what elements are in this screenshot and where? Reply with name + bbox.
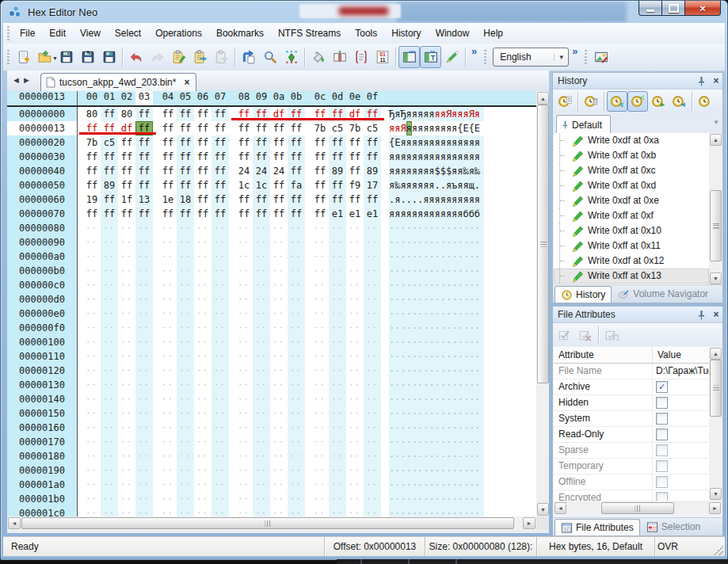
hex-byte-cell[interactable]: ·· <box>159 492 177 506</box>
ascii-char[interactable]: { <box>469 121 475 135</box>
ascii-char[interactable]: я <box>435 150 440 164</box>
ascii-char[interactable]: $ <box>446 164 452 178</box>
history-item[interactable]: Write 0xff at 0xc <box>554 163 709 178</box>
hex-byte-cell[interactable]: ·· <box>329 449 346 463</box>
hex-byte-cell[interactable]: ·· <box>177 321 194 335</box>
hex-byte-cell[interactable]: ·· <box>194 364 212 378</box>
hex-byte-cell[interactable]: ·· <box>235 321 253 335</box>
ascii-char[interactable]: я <box>463 135 468 150</box>
save-selection-icon[interactable]: * <box>77 46 98 68</box>
hex-byte-cell[interactable]: ·· <box>311 435 329 449</box>
hex-byte-cell[interactable]: ·· <box>118 335 135 349</box>
hex-byte-cell[interactable]: ·· <box>212 292 229 307</box>
ascii-char[interactable]: Я <box>400 121 406 135</box>
ascii-char[interactable]: щ <box>469 178 475 192</box>
ascii-char[interactable]: ‰ <box>394 178 400 192</box>
ascii-char[interactable]: я <box>394 207 400 221</box>
ascii-char[interactable]: я <box>429 150 434 164</box>
hex-byte-cell[interactable]: ff <box>194 135 212 150</box>
history-item[interactable]: Write 0xff at 0x10 <box>554 223 709 238</box>
ascii-cell[interactable]: ················ <box>389 349 484 364</box>
ascii-cell[interactable]: ················ <box>389 264 484 278</box>
hex-byte-cell[interactable]: ·· <box>364 492 381 506</box>
hex-byte-cell[interactable]: ff <box>364 150 381 164</box>
hex-byte-cell[interactable]: ·· <box>311 506 329 516</box>
hex-byte-cell[interactable]: ·· <box>288 335 305 349</box>
hex-byte-cell[interactable]: ·· <box>177 406 194 421</box>
hex-byte-cell[interactable]: ·· <box>253 307 270 321</box>
ascii-cell[interactable]: ЂяЂяяяяяяяЯяяяЯя <box>389 107 484 121</box>
hex-byte-cell[interactable]: ·· <box>364 264 381 278</box>
hex-byte-cell[interactable]: ·· <box>194 335 212 349</box>
history-operations-icon[interactable] <box>607 91 627 112</box>
ascii-char[interactable]: я <box>435 121 440 135</box>
hex-byte-cell[interactable]: fa <box>288 178 305 192</box>
hex-byte-cell[interactable]: ·· <box>135 506 153 516</box>
hex-byte-cell[interactable]: ·· <box>288 235 305 250</box>
hex-byte-cell[interactable]: ·· <box>235 364 253 378</box>
hex-byte-cell[interactable]: ·· <box>194 292 212 307</box>
ascii-cell[interactable]: ················ <box>389 478 484 492</box>
ascii-cell[interactable]: я‰яяяяяя..яъяящ. <box>389 178 484 192</box>
hex-byte-cell[interactable]: ·· <box>364 449 381 463</box>
hex-byte-cell[interactable]: ·· <box>364 435 381 449</box>
hex-byte-cell[interactable]: ff <box>159 121 177 135</box>
ascii-char[interactable]: я <box>400 150 406 164</box>
hex-byte-cell[interactable]: ·· <box>118 349 135 364</box>
hex-byte-cell[interactable]: ·· <box>212 406 229 421</box>
hex-vertical-scrollbar[interactable]: ▲ ▼ <box>536 91 549 516</box>
menu-item-edit[interactable]: Edit <box>42 25 73 42</box>
hex-byte-cell[interactable]: ·· <box>101 292 118 307</box>
ascii-char[interactable]: я <box>463 150 468 164</box>
status-overwrite-mode[interactable]: OVR <box>654 537 680 557</box>
hex-byte-cell[interactable]: ·· <box>159 435 177 449</box>
ascii-char[interactable]: я <box>406 164 412 178</box>
ascii-char[interactable]: я <box>440 107 446 121</box>
discard-attributes-icon[interactable] <box>575 325 596 345</box>
hex-byte-cell[interactable]: ·· <box>159 406 177 421</box>
ascii-char[interactable]: я <box>400 164 406 178</box>
hex-byte-cell[interactable]: ·· <box>135 492 153 506</box>
hex-byte-cell[interactable]: ff <box>311 178 329 192</box>
ascii-char[interactable]: я <box>446 192 452 207</box>
hex-byte-cell[interactable]: 1f <box>118 192 135 207</box>
hex-byte-cell[interactable]: ·· <box>177 421 194 435</box>
hex-byte-cell[interactable]: ff <box>270 207 288 221</box>
ascii-char[interactable]: я <box>417 121 423 135</box>
hex-byte-cell[interactable]: ·· <box>135 378 153 392</box>
hex-byte-cell[interactable]: ·· <box>329 421 346 435</box>
binary-digits-icon[interactable]: 0111 <box>372 46 393 68</box>
hex-byte-cell[interactable]: ff <box>311 192 329 207</box>
hex-byte-cell[interactable]: ·· <box>118 392 135 406</box>
hex-byte-cell[interactable]: ·· <box>159 235 177 250</box>
hex-byte-cell[interactable]: ·· <box>235 406 253 421</box>
document-tab[interactable]: tucson_akpp_4wd_203.bin* × <box>40 73 196 91</box>
hex-byte-cell[interactable]: ·· <box>270 292 288 307</box>
hex-byte-cell[interactable]: ff <box>212 192 229 207</box>
hex-byte-cell[interactable]: ·· <box>253 492 270 506</box>
hex-byte-cell[interactable]: ·· <box>83 278 101 292</box>
hex-byte-cell[interactable]: ff <box>235 121 253 135</box>
checkbox[interactable] <box>656 492 668 501</box>
ascii-char[interactable]: я <box>412 164 417 178</box>
ascii-char[interactable]: я <box>412 207 417 221</box>
undo-icon[interactable] <box>125 46 147 68</box>
ascii-char[interactable]: я <box>406 135 412 150</box>
hex-byte-cell[interactable]: ·· <box>346 492 364 506</box>
hex-byte-cell[interactable]: ·· <box>346 307 364 321</box>
hex-byte-cell[interactable]: 7b <box>83 135 101 150</box>
scroll-left-icon[interactable]: ◄ <box>8 517 21 529</box>
scroll-up-icon[interactable]: ▲ <box>710 134 722 146</box>
ascii-char[interactable]: я <box>417 150 423 164</box>
hex-byte-cell[interactable]: ·· <box>135 449 153 463</box>
hex-grid[interactable]: 0000000080ff80ffffffffffffffdfffffffdfff… <box>7 107 536 516</box>
hex-byte-cell[interactable]: ff <box>288 192 305 207</box>
ascii-char[interactable]: Ђ <box>400 107 406 121</box>
hex-byte-cell[interactable]: ·· <box>235 250 253 264</box>
hex-byte-cell[interactable]: c5 <box>329 121 346 135</box>
hex-byte-cell[interactable]: ·· <box>364 292 381 307</box>
hex-byte-cell[interactable]: ·· <box>135 235 153 250</box>
ascii-char[interactable]: Я <box>469 107 475 121</box>
ascii-char[interactable]: я <box>457 192 463 207</box>
hex-byte-cell[interactable]: ·· <box>364 506 381 516</box>
